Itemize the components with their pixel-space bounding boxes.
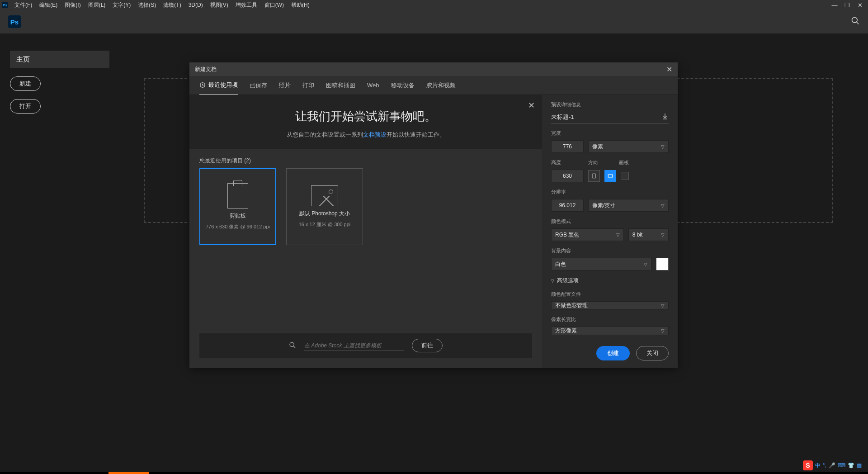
svg-rect-6 — [608, 175, 612, 177]
chevron-down-icon: ▽ — [661, 144, 665, 149]
svg-line-1 — [857, 22, 859, 24]
preset-title: 剪贴板 — [230, 212, 246, 220]
hero-presets-link[interactable]: 文档预设 — [363, 131, 387, 138]
artboard-checkbox[interactable] — [621, 172, 629, 180]
tab-saved[interactable]: 已保存 — [250, 76, 267, 95]
bit-depth-select[interactable]: 8 bit▽ — [628, 228, 669, 241]
advanced-label: 高级选项 — [557, 277, 579, 284]
artboard-label: 画板 — [619, 159, 629, 166]
advanced-options-toggle[interactable]: ▽ 高级选项 — [551, 277, 669, 284]
background-label: 背景内容 — [551, 247, 669, 254]
menu-view[interactable]: 视图(V) — [207, 1, 232, 9]
document-name-input[interactable] — [551, 114, 658, 120]
background-color-swatch[interactable] — [656, 258, 669, 270]
taskbar-highlight — [108, 472, 149, 474]
ime-menu-icon[interactable]: ▦ — [857, 462, 862, 469]
hero-text: 从您自己的文档设置或一系列文档预设开始以快速开始工作。 — [208, 131, 524, 139]
menu-edit[interactable]: 编辑(E) — [36, 1, 61, 9]
tab-web[interactable]: Web — [367, 76, 379, 94]
tab-photo[interactable]: 照片 — [279, 76, 291, 95]
create-button[interactable]: 创建 — [596, 346, 630, 360]
width-input[interactable] — [551, 140, 584, 153]
window-minimize-icon[interactable]: — — [828, 2, 841, 9]
tab-art[interactable]: 图稿和插图 — [326, 76, 355, 95]
search-icon[interactable] — [851, 16, 860, 28]
menu-type[interactable]: 文字(Y) — [109, 1, 134, 9]
width-unit-value: 像素 — [592, 143, 603, 151]
orientation-portrait-button[interactable] — [588, 170, 600, 182]
background-value: 白色 — [555, 261, 566, 268]
color-mode-select[interactable]: RGB 颜色▽ — [551, 228, 624, 241]
menu-help[interactable]: 帮助(H) — [288, 1, 313, 9]
menu-select[interactable]: 选择(S) — [134, 1, 160, 9]
stock-search-input[interactable] — [304, 341, 404, 351]
svg-line-4 — [293, 346, 295, 348]
chevron-down-icon: ▽ — [661, 328, 665, 333]
tab-mobile[interactable]: 移动设备 — [391, 76, 415, 95]
tab-recent[interactable]: 最近使用项 — [199, 76, 238, 95]
svg-rect-5 — [593, 174, 595, 178]
orientation-label: 方向 — [588, 159, 614, 166]
ime-punct-icon[interactable]: °, — [823, 462, 826, 469]
menu-layer[interactable]: 图层(L) — [85, 1, 109, 9]
resolution-label: 分辨率 — [551, 189, 669, 195]
stock-go-button[interactable]: 前往 — [412, 339, 443, 352]
height-input[interactable] — [551, 170, 584, 182]
resolution-unit-select[interactable]: 像素/英寸▽ — [588, 199, 669, 212]
color-profile-select[interactable]: 不做色彩管理▽ — [551, 301, 669, 310]
menu-filter[interactable]: 滤镜(T) — [160, 1, 184, 9]
color-profile-value: 不做色彩管理 — [555, 302, 588, 309]
save-preset-icon[interactable] — [661, 113, 669, 121]
ime-indicator[interactable]: S 中 °, 🎤 ⌨ 👕 ▦ — [803, 460, 862, 470]
clipboard-icon — [227, 183, 248, 209]
ime-mic-icon[interactable]: 🎤 — [829, 462, 835, 469]
window-maximize-icon[interactable]: ❐ — [841, 2, 854, 9]
ime-keyboard-icon[interactable]: ⌨ — [838, 462, 845, 469]
ps-small-icon: Ps — [2, 2, 8, 8]
menu-window[interactable]: 窗口(W) — [261, 1, 288, 9]
menu-plugins[interactable]: 增效工具 — [232, 1, 261, 9]
new-button[interactable]: 新建 — [10, 76, 41, 91]
home-tab[interactable]: 主页 — [10, 51, 109, 68]
chevron-down-icon: ▽ — [661, 203, 665, 208]
taskbar — [0, 472, 868, 474]
orientation-landscape-button[interactable] — [604, 170, 616, 182]
tab-film[interactable]: 胶片和视频 — [426, 76, 456, 95]
height-label: 高度 — [551, 159, 584, 166]
hero-text-post: 开始以快速开始工作。 — [387, 131, 445, 138]
menu-3d[interactable]: 3D(D) — [185, 2, 207, 8]
pixel-aspect-label: 像素长宽比 — [551, 316, 669, 323]
hero-banner: ✕ 让我们开始尝试新事物吧。 从您自己的文档设置或一系列文档预设开始以快速开始工… — [189, 95, 542, 149]
chevron-down-icon: ▽ — [551, 279, 554, 283]
hero-title: 让我们开始尝试新事物吧。 — [208, 109, 524, 124]
app-header: Ps — [0, 10, 868, 33]
menu-image[interactable]: 图像(I) — [61, 1, 84, 9]
tab-print[interactable]: 打印 — [302, 76, 314, 95]
background-select[interactable]: 白色▽ — [551, 258, 651, 270]
hero-text-pre: 从您自己的文档设置或一系列 — [287, 131, 363, 138]
dialog-close-icon[interactable]: ✕ — [666, 65, 672, 74]
open-button[interactable]: 打开 — [10, 99, 41, 114]
ime-skin-icon[interactable]: 👕 — [848, 462, 854, 469]
bit-depth-value: 8 bit — [632, 232, 643, 238]
ime-lang[interactable]: 中 — [815, 462, 821, 469]
ps-logo-icon: Ps — [8, 15, 21, 28]
resolution-input[interactable] — [551, 199, 584, 212]
tab-recent-label: 最近使用项 — [208, 81, 238, 89]
svg-point-0 — [852, 17, 858, 23]
window-close-icon[interactable]: ✕ — [854, 2, 866, 9]
preset-subtitle: 16 x 12 厘米 @ 300 ppi — [299, 221, 351, 228]
preset-details-panel: 预设详细信息 宽度 像素▽ 高度 方向 画板 — [542, 95, 678, 368]
new-document-dialog: 新建文档 ✕ 最近使用项 已保存 照片 打印 图稿和插图 Web 移动设备 胶片… — [189, 62, 678, 368]
sogou-ime-icon[interactable]: S — [803, 460, 813, 470]
pixel-aspect-select[interactable]: 方形像素▽ — [551, 327, 669, 335]
color-mode-value: RGB 颜色 — [555, 231, 579, 239]
preset-clipboard[interactable]: 剪贴板 776 x 630 像素 @ 96.012 ppi — [199, 168, 276, 245]
width-unit-select[interactable]: 像素▽ — [588, 140, 669, 153]
hero-close-icon[interactable]: ✕ — [528, 100, 535, 110]
recent-items-label: 您最近使用的项目 (2) — [189, 149, 542, 168]
close-button[interactable]: 关闭 — [636, 346, 669, 360]
menu-file[interactable]: 文件(F) — [11, 1, 36, 9]
dialog-left-pane: ✕ 让我们开始尝试新事物吧。 从您自己的文档设置或一系列文档预设开始以快速开始工… — [189, 95, 542, 368]
preset-default-size[interactable]: 默认 Photoshop 大小 16 x 12 厘米 @ 300 ppi — [286, 168, 363, 245]
